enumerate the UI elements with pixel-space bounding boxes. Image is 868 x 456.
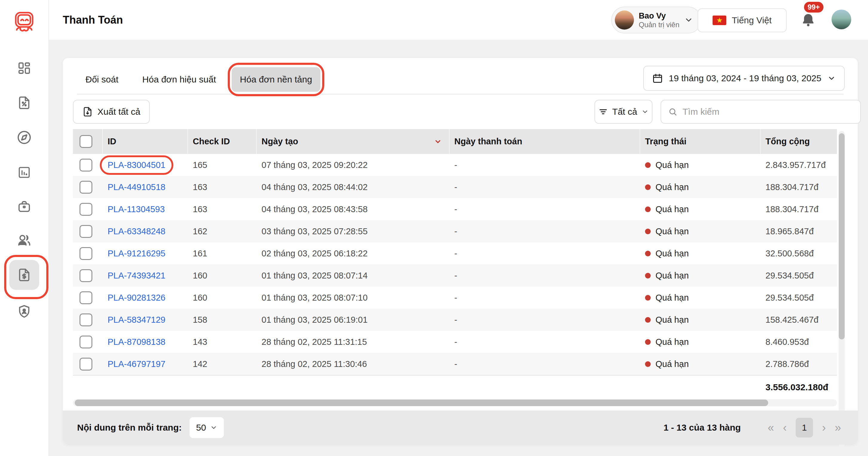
- invoice-percent-icon: [17, 96, 31, 110]
- row-checkbox-cell: [73, 154, 103, 176]
- sidebar-item-analytics[interactable]: [0, 163, 49, 182]
- row-checkbox[interactable]: [80, 358, 92, 370]
- table-body: PLA-8300450116507 tháng 03, 2025 09:20:2…: [73, 154, 837, 375]
- status-cell: Quá hạn: [640, 331, 761, 353]
- paid-date-cell: -: [450, 198, 640, 220]
- dashboard-icon: [17, 61, 31, 75]
- language-selector[interactable]: ★ Tiếng Việt: [698, 8, 787, 32]
- sidebar-item-explore[interactable]: [0, 128, 49, 147]
- status-label: Quá hạn: [655, 160, 689, 170]
- column-header-total[interactable]: Tổng cộng: [761, 129, 837, 154]
- current-page-button[interactable]: 1: [796, 418, 813, 437]
- invoice-id-link[interactable]: PLA-44910518: [107, 182, 165, 192]
- created-date-cell: 07 tháng 03, 2025 09:20:22: [257, 154, 450, 176]
- created-date-cell: 01 tháng 03, 2025 06:19:01: [257, 309, 450, 331]
- row-checkbox[interactable]: [80, 203, 92, 216]
- next-page-button[interactable]: ›: [822, 422, 826, 433]
- notifications-button[interactable]: [801, 12, 815, 28]
- tab-hoa-don-nen-tang[interactable]: Hóa đơn nền tảng: [231, 67, 321, 92]
- row-checkbox[interactable]: [80, 159, 92, 171]
- table-row: PLA-8709813814328 tháng 02, 2025 11:31:1…: [73, 331, 837, 353]
- first-page-button[interactable]: «: [768, 422, 774, 433]
- tab-doi-soat[interactable]: Đối soát: [77, 67, 127, 92]
- status-label: Quá hạn: [655, 337, 689, 347]
- invoice-id-link[interactable]: PLA-91216295: [107, 249, 165, 259]
- status-label: Quá hạn: [655, 315, 689, 325]
- paid-date-cell: -: [450, 220, 640, 242]
- row-checkbox-cell: [73, 287, 103, 309]
- notification-badge: 99+: [804, 2, 824, 12]
- column-header-created[interactable]: Ngày tạo: [257, 129, 450, 154]
- vertical-scrollbar-thumb[interactable]: [839, 133, 845, 339]
- invoice-id-link[interactable]: PLA-90281326: [107, 293, 165, 303]
- rows-range-text: 1 - 13 của 13 hàng: [663, 423, 741, 433]
- filter-dropdown[interactable]: Tất cả: [594, 100, 652, 124]
- table-row: PLA-5834712915801 tháng 03, 2025 06:19:0…: [73, 309, 837, 331]
- status-label: Quá hạn: [655, 249, 689, 259]
- status-cell: Quá hạn: [640, 198, 761, 220]
- last-page-button[interactable]: »: [835, 422, 841, 433]
- tab-hoa-don-hieu-suat[interactable]: Hóa đơn hiệu suất: [134, 67, 224, 92]
- row-checkbox[interactable]: [80, 314, 92, 326]
- user-menu[interactable]: Bao Vy Quản trị viên: [611, 7, 702, 33]
- invoice-id-link[interactable]: PLA-74393421: [107, 271, 165, 281]
- sidebar-item-admin[interactable]: [0, 302, 49, 321]
- sidebar-item-dashboard[interactable]: [0, 59, 49, 78]
- row-checkbox-cell: [73, 309, 103, 331]
- check-id-cell: 163: [188, 198, 257, 220]
- sidebar-item-payments[interactable]: [0, 260, 49, 290]
- invoice-id-link[interactable]: PLA-46797197: [107, 359, 165, 369]
- row-checkbox[interactable]: [80, 225, 92, 238]
- paid-date-cell: -: [450, 287, 640, 309]
- export-all-button[interactable]: Xuất tất cả: [73, 100, 150, 124]
- row-checkbox[interactable]: [80, 181, 92, 194]
- paid-date-cell: -: [450, 154, 640, 176]
- date-range-picker[interactable]: 19 tháng 03, 2024 - 19 tháng 03, 2025: [643, 66, 845, 91]
- row-checkbox[interactable]: [80, 269, 92, 282]
- users-icon: [17, 233, 31, 248]
- status-cell: Quá hạn: [640, 176, 761, 198]
- per-page-select[interactable]: 50: [189, 417, 224, 438]
- total-cell: 8.460.953đ: [761, 331, 837, 353]
- invoice-id-link[interactable]: PLA-58347129: [107, 315, 165, 325]
- status-dot-icon: [645, 339, 651, 345]
- status-label: Quá hạn: [655, 293, 689, 303]
- date-range-label: 19 tháng 03, 2024 - 19 tháng 03, 2025: [669, 73, 822, 84]
- row-checkbox-cell: [73, 198, 103, 220]
- paid-date-cell: -: [450, 353, 640, 375]
- select-all-checkbox[interactable]: [80, 135, 92, 148]
- invoice-id-cell: PLA-87098138: [103, 331, 188, 353]
- export-all-label: Xuất tất cả: [97, 107, 140, 117]
- vietnam-flag-icon: ★: [713, 15, 726, 25]
- horizontal-scrollbar-thumb[interactable]: [75, 399, 768, 406]
- search-input[interactable]: [682, 106, 853, 117]
- invoice-id-link[interactable]: PLA-83004501: [107, 160, 165, 170]
- sidebar-item-jobs[interactable]: [0, 197, 49, 216]
- profile-avatar[interactable]: [832, 9, 851, 29]
- row-checkbox[interactable]: [80, 247, 92, 260]
- created-date-cell: 04 tháng 03, 2025 08:44:02: [257, 176, 450, 198]
- status-label: Quá hạn: [655, 359, 689, 369]
- previous-page-button[interactable]: ‹: [783, 422, 787, 433]
- app-logo-robot-icon[interactable]: [14, 11, 35, 34]
- column-header-id[interactable]: ID: [103, 129, 188, 154]
- column-header-status[interactable]: Trạng thái: [640, 129, 761, 154]
- row-checkbox[interactable]: [80, 291, 92, 304]
- status-dot-icon: [645, 184, 651, 190]
- created-date-cell: 02 tháng 03, 2025 06:18:22: [257, 242, 450, 264]
- sidebar-item-invoices[interactable]: [0, 93, 49, 112]
- check-id-cell: 160: [188, 264, 257, 287]
- invoice-id-link[interactable]: PLA-11304593: [107, 204, 165, 214]
- total-cell: 29.534.505đ: [761, 264, 837, 287]
- invoice-id-link[interactable]: PLA-87098138: [107, 337, 165, 347]
- file-download-icon: [83, 107, 93, 117]
- invoice-id-link[interactable]: PLA-63348248: [107, 227, 165, 236]
- row-checkbox[interactable]: [80, 335, 92, 349]
- per-page-label: Nội dung trên mỗi trang:: [77, 423, 182, 433]
- column-header-paid[interactable]: Ngày thanh toán: [450, 129, 640, 154]
- paid-date-cell: -: [450, 264, 640, 287]
- column-header-check-id[interactable]: Check ID: [188, 129, 257, 154]
- status-dot-icon: [645, 295, 651, 301]
- sidebar-item-users[interactable]: [0, 231, 49, 250]
- row-checkbox-cell: [73, 220, 103, 242]
